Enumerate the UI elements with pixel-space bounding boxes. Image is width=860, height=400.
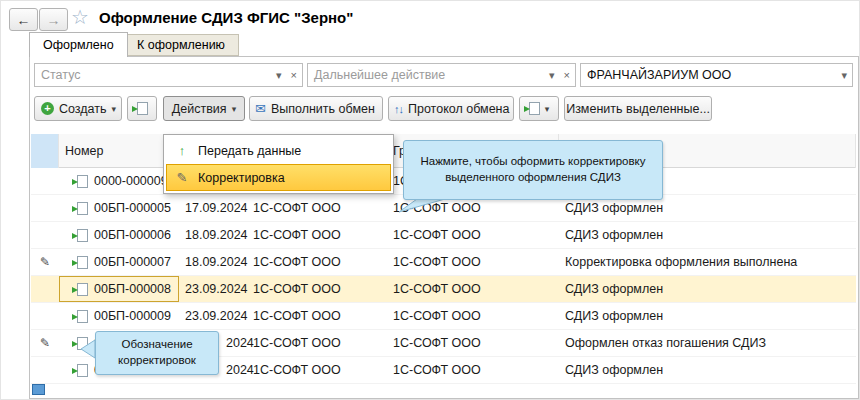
row-number-cell: 00БП-000005: [59, 195, 179, 221]
chevron-down-icon: ▾: [545, 104, 550, 114]
pencil-icon: ✎: [40, 255, 50, 269]
row-marker-cell: [31, 303, 59, 329]
row-status: Оформлен отказ погашения СДИЗ: [559, 330, 856, 356]
row-number: 0000-000009: [94, 174, 168, 188]
report-icon: [529, 102, 540, 115]
correction-callout: Нажмите, чтобы оформить корректировку вы…: [403, 140, 663, 200]
row-number: 00БП-000007: [94, 255, 171, 269]
row-number-cell: 0000-000009: [59, 168, 179, 194]
row-marker-cell: ✎: [31, 249, 59, 275]
row-receiver: 1С-СОФТ ООО: [387, 303, 559, 329]
clear-icon[interactable]: ×: [564, 69, 570, 81]
status-filter-input[interactable]: Статус ▾ ×: [34, 63, 303, 87]
actions-menu-button[interactable]: Действия ▾: [163, 96, 245, 121]
row-receiver: 1С-СОФТ ООО: [387, 276, 559, 302]
row-sender: 1С-СОФТ ООО: [247, 330, 387, 356]
row-status: СДИЗ оформлен: [559, 276, 856, 302]
green-up-arrow-icon: ↑: [175, 143, 189, 158]
row-marker-cell: [31, 222, 59, 248]
row-number: 00БП-000008: [94, 282, 171, 296]
row-date: 18.09.2024: [179, 222, 247, 248]
up-down-arrows-icon: ↑↓: [394, 103, 403, 115]
row-date: 17.09.2024: [179, 195, 247, 221]
app-window: ← → ☆ Оформление СДИЗ ФГИС "Зерно" Оформ…: [0, 0, 860, 400]
row-number: 00БП-000006: [94, 228, 171, 242]
row-date: 18.09.2024: [179, 249, 247, 275]
back-button[interactable]: ←: [9, 8, 38, 31]
next-row-cursor: [32, 384, 45, 395]
document-icon: [77, 364, 88, 377]
pencil-icon: ✎: [40, 336, 50, 350]
page-title: Оформление СДИЗ ФГИС "Зерно": [99, 9, 353, 26]
row-status: Корректировка оформления выполнена: [559, 249, 856, 275]
chevron-down-icon[interactable]: ▾: [841, 69, 847, 82]
row-number: 00БП-000005: [94, 201, 171, 215]
row-marker-cell: [31, 357, 59, 383]
row-date: 23.09.2024: [179, 303, 247, 329]
table-row[interactable]: ✎ 00БП-000007 18.09.2024 1С-СОФТ ООО 1С-…: [31, 249, 856, 276]
header-marker[interactable]: [31, 134, 59, 168]
chevron-down-icon: ▾: [232, 104, 237, 114]
copy-document-icon: [137, 102, 148, 115]
exchange-protocol-button[interactable]: ↑↓ Протокол обмена: [388, 96, 514, 121]
favorite-star-icon[interactable]: ☆: [71, 5, 89, 29]
menu-item-label: Корректировка: [198, 171, 285, 185]
document-icon: [77, 175, 88, 188]
clear-icon[interactable]: ×: [291, 69, 297, 81]
document-icon: [77, 229, 88, 242]
header-number[interactable]: Номер: [59, 134, 179, 168]
next-action-placeholder: Дальнейшее действие: [308, 68, 445, 82]
create-button[interactable]: + Создать ▾: [34, 96, 122, 121]
create-label: Создать: [59, 102, 107, 116]
copy-button[interactable]: [127, 96, 157, 121]
marker-callout: Обозначение корректировок: [95, 331, 219, 375]
plus-icon: +: [41, 102, 54, 115]
row-receiver: 1С-СОФТ ООО: [387, 357, 559, 383]
forward-button[interactable]: →: [39, 8, 68, 31]
row-marker-cell: ✎: [31, 330, 59, 356]
exchange-label: Выполнить обмен: [271, 102, 375, 116]
document-icon: [77, 256, 88, 269]
chevron-down-icon[interactable]: ▾: [276, 69, 282, 82]
menu-item-label: Передать данные: [198, 144, 301, 158]
envelope-icon: ✉: [255, 101, 266, 116]
table-row[interactable]: 00БП-000006 18.09.2024 1С-СОФТ ООО 1С-СО…: [31, 222, 856, 249]
callout-tail: [397, 198, 451, 214]
chevron-down-icon: ▾: [112, 104, 117, 114]
row-marker-cell: [31, 195, 59, 221]
row-marker-cell: [31, 168, 59, 194]
marker-callout-text: Обозначение корректировок: [104, 337, 210, 368]
menu-item-correction[interactable]: ✎ Корректировка: [166, 164, 391, 191]
protocol-label: Протокол обмена: [408, 102, 509, 116]
run-exchange-button[interactable]: ✉ Выполнить обмен: [249, 96, 383, 121]
document-icon: [77, 202, 88, 215]
correction-callout-text: Нажмите, чтобы оформить корректировку вы…: [414, 154, 652, 185]
tab-oformleno[interactable]: Оформлено: [29, 32, 128, 57]
row-sender: 1С-СОФТ ООО: [247, 195, 387, 221]
row-number-cell: 00БП-000007: [59, 249, 179, 275]
table-row[interactable]: 00БП-000009 23.09.2024 1С-СОФТ ООО 1С-СО…: [31, 303, 856, 330]
report-button[interactable]: ▾: [519, 96, 559, 121]
row-status: СДИЗ оформлен: [559, 357, 856, 383]
status-placeholder: Статус: [35, 68, 81, 82]
row-sender: 1С-СОФТ ООО: [247, 249, 387, 275]
row-number-cell: 00БП-000006: [59, 222, 179, 248]
organization-combobox[interactable]: ФРАНЧАЙЗАРИУМ ООО ▾: [580, 63, 853, 87]
row-number-cell: 00БП-000008: [59, 276, 179, 302]
edit-selected-label: Изменить выделенные...: [566, 102, 710, 116]
row-number-cell: 00БП-000009: [59, 303, 179, 329]
next-action-filter-input[interactable]: Дальнейшее действие ▾ ×: [307, 63, 576, 87]
row-receiver: 1С-СОФТ ООО: [387, 222, 559, 248]
row-status: СДИЗ оформлен: [559, 303, 856, 329]
edit-selected-button[interactable]: Изменить выделенные...: [564, 96, 712, 121]
tab-k-oformleniyu[interactable]: К оформлению: [123, 34, 239, 56]
row-date: 23.09.2024: [179, 276, 247, 302]
pencil-icon: ✎: [175, 170, 189, 185]
row-sender: 1С-СОФТ ООО: [247, 276, 387, 302]
document-icon: [77, 283, 88, 296]
row-receiver: 1С-СОФТ ООО: [387, 249, 559, 275]
menu-item-transfer-data[interactable]: ↑ Передать данные: [166, 137, 391, 164]
table-row-selected[interactable]: 00БП-000008 23.09.2024 1С-СОФТ ООО 1С-СО…: [31, 276, 856, 303]
chevron-down-icon[interactable]: ▾: [549, 69, 555, 82]
organization-value: ФРАНЧАЙЗАРИУМ ООО: [581, 68, 731, 82]
